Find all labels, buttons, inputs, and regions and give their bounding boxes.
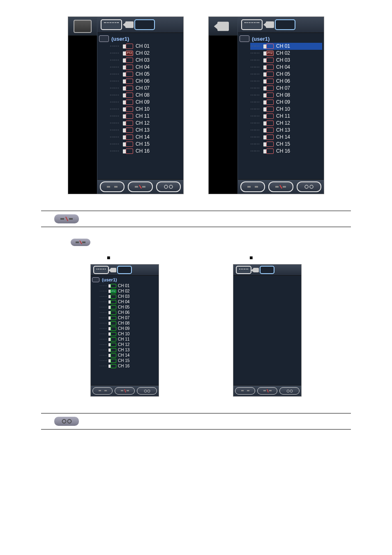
tree-branch-icon: ⋯⋯ — [99, 326, 107, 331]
channel-item[interactable]: ⋯⋯CH 11 — [110, 113, 182, 120]
channel-item[interactable]: ⋯⋯CH 11 — [250, 113, 322, 120]
channel-item[interactable]: ⋯⋯CH 05 — [250, 71, 322, 78]
channel-item[interactable]: ⋯⋯PTZCH 02 — [110, 50, 182, 57]
camera-tab[interactable] — [111, 266, 132, 274]
svg-rect-19 — [82, 242, 85, 243]
settings-btn[interactable] — [297, 181, 321, 192]
channel-item[interactable]: ⋯⋯CH 05 — [110, 71, 182, 78]
channel-item[interactable]: ⋯⋯CH 04 — [99, 299, 157, 304]
keyboard-icon[interactable] — [93, 266, 109, 274]
channel-item[interactable]: ⋯⋯CH 14 — [250, 134, 322, 141]
section-settings — [41, 413, 351, 430]
svg-point-34 — [62, 420, 66, 423]
channel-item[interactable]: ⋯⋯CH 12 — [250, 120, 322, 127]
channel-item[interactable]: ⋯⋯CH 07 — [110, 85, 182, 92]
channel-item[interactable]: ⋯⋯CH 14 — [99, 353, 157, 358]
tree-branch-icon: ⋯⋯ — [99, 331, 107, 337]
channel-item[interactable]: ⋯⋯CH 03 — [250, 57, 322, 64]
channel-label: CH 15 — [276, 141, 290, 148]
disconnect-btn-large[interactable] — [53, 214, 80, 224]
channel-item[interactable]: ⋯⋯CH 10 — [250, 106, 322, 113]
device-thumb[interactable] — [209, 17, 238, 36]
channel-item[interactable]: ⋯⋯CH 12 — [99, 342, 157, 347]
channel-item[interactable]: ⋯⋯CH 07 — [99, 315, 157, 320]
settings-btn-large[interactable] — [53, 416, 80, 427]
channel-item[interactable]: ⋯⋯CH 06 — [110, 78, 182, 85]
connect-btn[interactable] — [235, 387, 255, 395]
tree-root[interactable]: (user1) — [92, 277, 157, 282]
connect-btn-small[interactable] — [70, 238, 91, 247]
channel-item[interactable]: ⋯⋯CH 04 — [250, 64, 322, 71]
channel-label: CH 12 — [118, 342, 129, 347]
channel-item[interactable]: ⋯⋯CH 16 — [250, 148, 322, 155]
channel-item[interactable]: ⋯⋯CH 11 — [99, 337, 157, 342]
channel-item[interactable]: ⋯⋯CH 10 — [110, 106, 182, 113]
channel-item[interactable]: ⋯⋯CH 15 — [99, 358, 157, 363]
connect-btn[interactable] — [92, 387, 113, 395]
svg-line-10 — [280, 185, 282, 188]
channel-item[interactable]: ⋯⋯CH 13 — [99, 347, 157, 353]
channel-item[interactable]: ⋯⋯CH 13 — [250, 127, 322, 134]
channel-item[interactable]: ⋯⋯PTZCH 02 — [99, 288, 157, 294]
channel-camera-icon — [263, 79, 274, 84]
channel-label: CH 04 — [136, 64, 150, 71]
tree-root[interactable]: (user1) — [99, 35, 182, 42]
tree-branch-icon: ⋯⋯ — [99, 358, 107, 363]
disconnect-btn[interactable] — [115, 387, 135, 395]
channel-label: CH 16 — [118, 363, 129, 369]
settings-btn[interactable] — [279, 387, 300, 395]
channel-item[interactable]: ⋯⋯PTZCH 02 — [250, 50, 322, 57]
channel-item[interactable]: ⋯⋯CH 10 — [99, 331, 157, 337]
channel-camera-icon — [123, 142, 133, 147]
channel-item[interactable]: ⋯⋯CH 14 — [110, 134, 182, 141]
camera-tab[interactable] — [266, 19, 295, 30]
settings-btn[interactable] — [156, 181, 181, 192]
channel-item[interactable]: ⋯⋯CH 16 — [110, 148, 182, 155]
channel-item[interactable]: ⋯⋯CH 06 — [250, 78, 322, 85]
disconnect-btn[interactable] — [268, 181, 293, 192]
channel-label: CH 09 — [118, 326, 129, 331]
channel-label: CH 05 — [136, 71, 150, 78]
channel-item[interactable]: ⋯⋯CH 15 — [250, 141, 322, 148]
channel-item[interactable]: ⋯⋯CH 09 — [99, 326, 157, 331]
channel-item[interactable]: ⋯⋯CH 03 — [110, 57, 182, 64]
tree-branch-icon: ⋯⋯ — [110, 99, 120, 106]
channel-item[interactable]: ⋯⋯CH 01 — [110, 43, 182, 50]
channel-camera-icon — [123, 58, 133, 63]
connect-btn[interactable] — [240, 181, 265, 192]
keyboard-icon[interactable] — [241, 19, 263, 30]
channel-item[interactable]: ⋯⋯CH 12 — [110, 120, 182, 127]
channel-item[interactable]: ⋯⋯CH 03 — [99, 294, 157, 299]
camera-tab[interactable] — [125, 19, 155, 30]
channel-item[interactable]: ⋯⋯CH 16 — [99, 363, 157, 369]
camera-tab[interactable] — [253, 266, 274, 274]
keyboard-icon[interactable] — [101, 19, 122, 30]
channel-item[interactable]: ⋯⋯CH 04 — [110, 64, 182, 71]
panel-tabs — [233, 265, 301, 276]
settings-btn[interactable] — [137, 387, 157, 395]
keyboard-icon[interactable] — [236, 266, 251, 274]
disconnect-btn[interactable] — [257, 387, 277, 395]
tree-root[interactable]: (user1) — [240, 35, 322, 42]
channel-item[interactable]: ⋯⋯CH 15 — [110, 141, 182, 148]
channel-camera-icon — [108, 284, 116, 288]
channel-item[interactable]: ⋯⋯CH 05 — [99, 304, 157, 310]
channel-item[interactable]: ⋯⋯CH 13 — [110, 127, 182, 134]
svg-line-15 — [66, 217, 68, 221]
connect-btn[interactable] — [100, 181, 125, 192]
channel-camera-icon — [108, 353, 116, 358]
channel-camera-icon — [263, 135, 274, 140]
channel-camera-icon — [123, 121, 133, 126]
channel-item[interactable]: ⋯⋯CH 08 — [250, 92, 322, 99]
channel-item[interactable]: ⋯⋯CH 09 — [110, 99, 182, 106]
device-thumb[interactable] — [68, 17, 97, 36]
disconnect-btn[interactable] — [128, 181, 152, 192]
channel-item[interactable]: ⋯⋯CH 07 — [250, 85, 322, 92]
channel-item[interactable]: ⋯⋯CH 08 — [99, 320, 157, 326]
channel-item[interactable]: ⋯⋯CH 08 — [110, 92, 182, 99]
channel-item[interactable]: ⋯⋯CH 09 — [250, 99, 322, 106]
channel-item[interactable]: ⋯⋯CH 01 — [250, 43, 322, 50]
tree-branch-icon: ⋯⋯ — [250, 120, 261, 127]
channel-item[interactable]: ⋯⋯CH 01 — [99, 283, 157, 288]
channel-item[interactable]: ⋯⋯CH 06 — [99, 310, 157, 315]
